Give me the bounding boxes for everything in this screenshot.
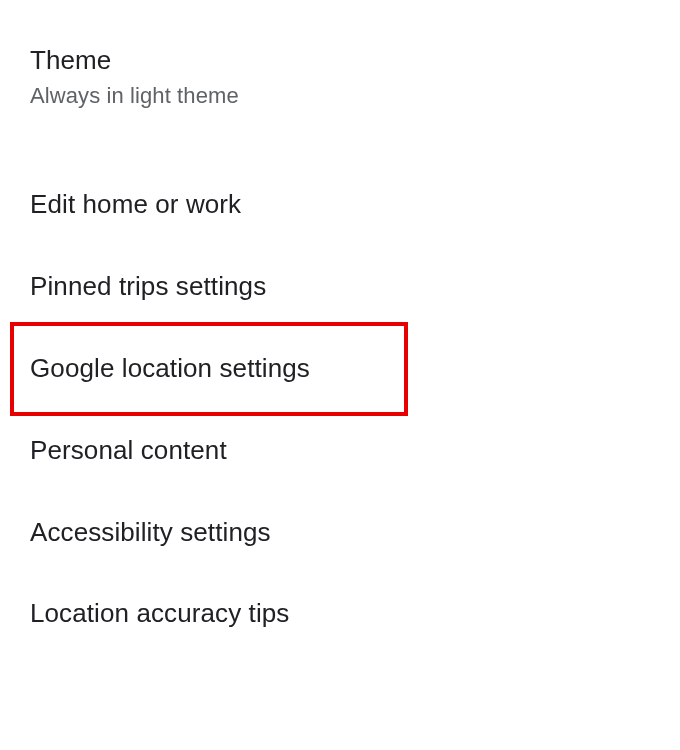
settings-item-google-location[interactable]: Google location settings <box>0 328 680 410</box>
settings-item-personal-content[interactable]: Personal content <box>0 410 680 492</box>
settings-item-title: Theme <box>30 44 650 78</box>
settings-item-title: Pinned trips settings <box>30 270 650 304</box>
spacer <box>0 144 680 164</box>
settings-list: Theme Always in light theme Edit home or… <box>0 0 680 655</box>
highlighted-item-wrapper: Google location settings <box>0 328 680 410</box>
settings-item-subtitle: Always in light theme <box>30 82 650 111</box>
settings-item-theme[interactable]: Theme Always in light theme <box>0 24 680 144</box>
settings-item-title: Accessibility settings <box>30 516 650 550</box>
settings-item-edit-home-work[interactable]: Edit home or work <box>0 164 680 246</box>
settings-item-title: Location accuracy tips <box>30 597 650 631</box>
settings-item-title: Edit home or work <box>30 188 650 222</box>
settings-item-title: Personal content <box>30 434 650 468</box>
settings-item-title: Google location settings <box>30 352 650 386</box>
settings-item-accessibility[interactable]: Accessibility settings <box>0 492 680 574</box>
settings-item-location-accuracy[interactable]: Location accuracy tips <box>0 573 680 655</box>
settings-item-pinned-trips[interactable]: Pinned trips settings <box>0 246 680 328</box>
